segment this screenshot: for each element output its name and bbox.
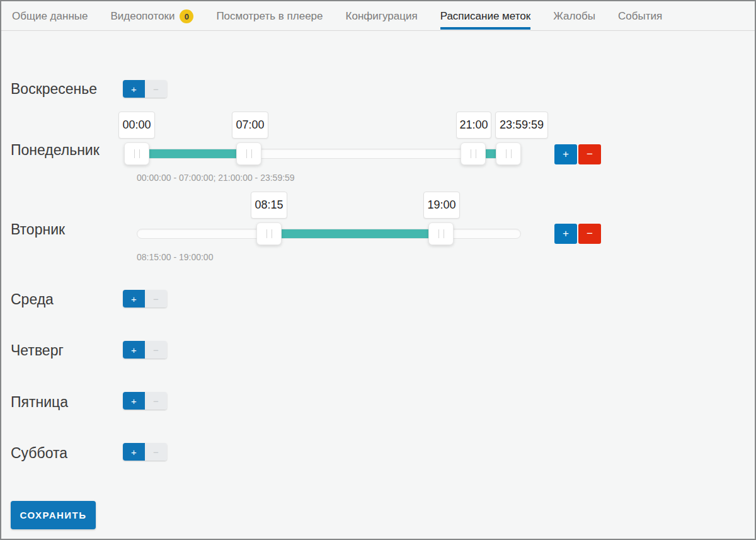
slider-handle[interactable] bbox=[496, 142, 521, 165]
remove-range-button-tuesday[interactable]: − bbox=[578, 224, 601, 244]
remove-range-button-monday[interactable]: − bbox=[578, 144, 601, 164]
remove-range-button-saturday[interactable]: − bbox=[145, 443, 167, 461]
time-range-slider-tuesday bbox=[137, 222, 521, 245]
grip-icon bbox=[246, 149, 252, 158]
range-controls-tuesday: + − bbox=[554, 224, 601, 244]
time-input-tuesday-range1-start[interactable] bbox=[251, 192, 287, 219]
tab-label: События bbox=[618, 10, 662, 23]
grip-icon bbox=[506, 149, 512, 158]
grip-icon bbox=[471, 149, 476, 158]
add-range-button-friday[interactable]: + bbox=[123, 392, 145, 410]
tab-label: Посмотреть в плеере bbox=[216, 10, 323, 23]
time-input-monday-range2-end[interactable] bbox=[495, 112, 548, 139]
selected-range bbox=[137, 149, 249, 158]
slider-track[interactable] bbox=[137, 229, 521, 239]
day-label-thursday: Четверг bbox=[11, 342, 64, 359]
range-controls-friday: + − bbox=[123, 392, 167, 410]
day-label-sunday: Воскресенье bbox=[11, 81, 97, 98]
tab-video-streams[interactable]: Видеопотоки 0 bbox=[110, 3, 193, 30]
add-range-button-thursday[interactable]: + bbox=[123, 341, 145, 359]
add-range-button-tuesday[interactable]: + bbox=[554, 224, 577, 244]
day-label-saturday: Суббота bbox=[11, 445, 67, 462]
time-input-tuesday-range1-end[interactable] bbox=[423, 192, 460, 219]
grip-icon bbox=[134, 149, 140, 158]
time-range-slider-monday bbox=[137, 142, 521, 165]
schedule-summary-tuesday: 08:15:00 - 19:00:00 bbox=[137, 252, 213, 262]
save-button[interactable]: СОХРАНИТЬ bbox=[11, 501, 96, 529]
slider-handle[interactable] bbox=[461, 142, 486, 165]
time-input-monday-range1-start[interactable] bbox=[118, 112, 155, 139]
range-controls-monday: + − bbox=[554, 144, 601, 164]
tab-events[interactable]: События bbox=[618, 3, 662, 30]
schedule-summary-monday: 00:00:00 - 07:00:00; 21:00:00 - 23:59:59 bbox=[137, 173, 295, 183]
add-range-button-monday[interactable]: + bbox=[554, 144, 577, 164]
time-input-monday-range1-end[interactable] bbox=[232, 112, 268, 139]
range-controls-sunday: + − bbox=[123, 80, 167, 98]
tab-label: Жалобы bbox=[553, 10, 595, 23]
add-range-button-wednesday[interactable]: + bbox=[123, 290, 145, 307]
day-label-monday: Понедельник bbox=[11, 142, 100, 159]
tab-label: Видеопотоки bbox=[110, 10, 175, 23]
tab-configuration[interactable]: Конфигурация bbox=[346, 3, 418, 30]
tab-label: Общие данные bbox=[12, 10, 88, 23]
remove-range-button-wednesday[interactable]: − bbox=[145, 290, 167, 307]
time-input-monday-range2-start[interactable] bbox=[456, 112, 491, 139]
remove-range-button-thursday[interactable]: − bbox=[145, 341, 167, 359]
selected-range bbox=[269, 229, 440, 238]
day-label-wednesday: Среда bbox=[11, 291, 54, 308]
grip-icon bbox=[438, 229, 444, 238]
remove-range-button-friday[interactable]: − bbox=[145, 392, 167, 410]
slider-handle[interactable] bbox=[236, 142, 261, 165]
range-controls-thursday: + − bbox=[123, 341, 167, 359]
marks-schedule-page: Общие данные Видеопотоки 0 Посмотреть в … bbox=[0, 0, 756, 540]
tab-label: Расписание меток bbox=[440, 10, 531, 23]
day-label-tuesday: Вторник bbox=[11, 221, 65, 238]
tab-marks-schedule[interactable]: Расписание меток bbox=[440, 3, 531, 30]
video-streams-count-badge: 0 bbox=[180, 9, 193, 23]
range-controls-wednesday: + − bbox=[123, 290, 167, 307]
add-range-button-saturday[interactable]: + bbox=[123, 443, 145, 461]
tab-label: Конфигурация bbox=[346, 10, 418, 23]
tab-complaints[interactable]: Жалобы bbox=[553, 3, 595, 30]
grip-icon bbox=[266, 229, 272, 238]
tab-bar: Общие данные Видеопотоки 0 Посмотреть в … bbox=[1, 1, 755, 31]
slider-handle[interactable] bbox=[256, 222, 282, 245]
day-label-friday: Пятница bbox=[11, 394, 68, 411]
tab-general-data[interactable]: Общие данные bbox=[12, 3, 88, 30]
add-range-button-sunday[interactable]: + bbox=[123, 80, 145, 98]
slider-handle[interactable] bbox=[124, 142, 149, 165]
range-controls-saturday: + − bbox=[123, 443, 167, 461]
remove-range-button-sunday[interactable]: − bbox=[145, 80, 167, 98]
slider-handle[interactable] bbox=[428, 222, 454, 245]
tab-view-in-player[interactable]: Посмотреть в плеере bbox=[216, 3, 323, 30]
